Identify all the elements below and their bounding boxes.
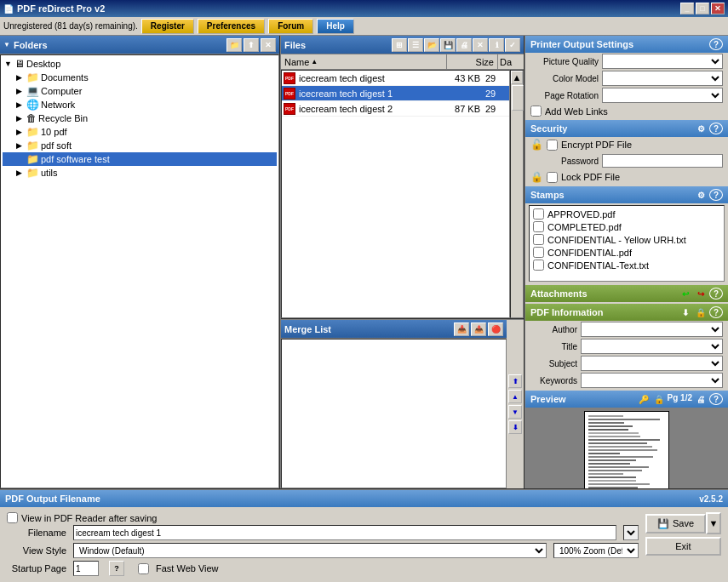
security-help-btn[interactable]: ? bbox=[709, 123, 723, 134]
file-row[interactable]: PDFicecream tech digest43 KB29 bbox=[282, 71, 509, 86]
file-row[interactable]: PDFicecream tech digest 129 bbox=[282, 86, 509, 101]
pdf-info-down-btn[interactable]: ⬇ bbox=[679, 306, 692, 318]
lock-label: Lock PDF File bbox=[561, 172, 620, 182]
merge-title: Merge List bbox=[284, 324, 331, 334]
printer-output-help[interactable]: ? bbox=[709, 38, 723, 50]
scroll-up[interactable]: ▲ bbox=[511, 71, 523, 84]
col-date[interactable]: Da bbox=[498, 54, 524, 69]
merge-add-btn[interactable]: 📥 bbox=[454, 322, 469, 336]
stamp-checkbox[interactable] bbox=[533, 221, 544, 232]
startup-page-input[interactable] bbox=[73, 561, 99, 576]
folder-tree[interactable]: ▼🖥Desktop▶📁Documents▶💻Computer▶🌐Network▶… bbox=[0, 54, 279, 488]
preview-line bbox=[588, 456, 653, 458]
stamps-help-btn[interactable]: ? bbox=[709, 189, 723, 201]
keywords-select[interactable] bbox=[581, 373, 723, 388]
merge-clear-btn[interactable]: 🔴 bbox=[488, 322, 503, 336]
files-view-btn1[interactable]: ⊞ bbox=[392, 38, 407, 52]
stamp-checkbox[interactable] bbox=[533, 208, 544, 220]
files-save-btn[interactable]: 💾 bbox=[440, 38, 456, 52]
files-info-btn[interactable]: ℹ bbox=[489, 38, 504, 52]
arrow-down-bottom[interactable]: ⬇ bbox=[508, 420, 522, 434]
folder-action-button[interactable]: ✕ bbox=[261, 38, 276, 52]
stamp-checkbox[interactable] bbox=[533, 260, 544, 271]
tree-item-network[interactable]: ▶🌐Network bbox=[3, 98, 277, 111]
filename-dropdown[interactable] bbox=[623, 525, 639, 540]
merge-list[interactable] bbox=[281, 339, 507, 488]
preview-help-btn[interactable]: ? bbox=[709, 393, 723, 405]
preview-key-btn[interactable]: 🔑 bbox=[637, 393, 651, 405]
stamp-item[interactable]: COMPLETED.pdf bbox=[531, 220, 722, 233]
stamp-item[interactable]: CONFIDENTIAL-Text.txt bbox=[531, 259, 722, 271]
folder-up-button[interactable]: ⬆ bbox=[244, 38, 259, 52]
col-name[interactable]: Name ▲ bbox=[281, 54, 447, 69]
preview-line bbox=[588, 432, 639, 434]
stamps-gear-btn[interactable]: ⚙ bbox=[694, 189, 708, 201]
tree-item-recyclebin[interactable]: ▶🗑Recycle Bin bbox=[3, 111, 277, 125]
col-size[interactable]: Size bbox=[447, 54, 498, 69]
close-button[interactable]: ✕ bbox=[711, 3, 725, 14]
picture-quality-select[interactable] bbox=[602, 54, 723, 69]
save-button[interactable]: 💾 Save bbox=[645, 514, 706, 534]
attach-help-btn[interactable]: ? bbox=[709, 288, 723, 300]
lock-checkbox[interactable] bbox=[547, 172, 558, 183]
tree-item-desktop[interactable]: ▼🖥Desktop bbox=[3, 57, 277, 71]
stamp-item[interactable]: APPROVED.pdf bbox=[531, 208, 722, 220]
color-model-select[interactable] bbox=[602, 71, 723, 86]
title-select[interactable] bbox=[581, 339, 723, 354]
files-scrollbar[interactable]: ▲ bbox=[510, 70, 524, 318]
pdf-info-help-btn[interactable]: ? bbox=[709, 306, 723, 318]
encrypt-checkbox[interactable] bbox=[547, 140, 558, 151]
add-web-links-checkbox[interactable] bbox=[530, 106, 542, 117]
scroll-thumb[interactable] bbox=[512, 85, 524, 111]
attach-remove-btn[interactable]: ↪ bbox=[694, 288, 708, 300]
view-style-select[interactable]: Window (Default) bbox=[73, 543, 547, 558]
stamp-checkbox[interactable] bbox=[533, 247, 544, 258]
preview-lock-btn[interactable]: 🔒 bbox=[652, 393, 666, 405]
file-row[interactable]: PDFicecream tech digest 287 KB29 bbox=[282, 101, 509, 117]
window-controls[interactable]: _ □ ✕ bbox=[680, 3, 725, 14]
files-check-btn[interactable]: ✓ bbox=[505, 38, 520, 52]
arrow-down[interactable]: ▼ bbox=[508, 405, 522, 419]
tree-item-pdfsoft[interactable]: ▶📁pdf soft bbox=[3, 139, 277, 152]
exit-button[interactable]: Exit bbox=[645, 537, 721, 556]
stamp-item[interactable]: CONFIDENTIAL - Yellow URH.txt bbox=[531, 233, 722, 246]
startup-help-btn[interactable]: ? bbox=[109, 561, 124, 576]
files-print-btn[interactable]: 🖨 bbox=[456, 38, 472, 52]
attach-add-btn[interactable]: ↩ bbox=[679, 288, 692, 300]
files-open-btn[interactable]: 📂 bbox=[424, 38, 439, 52]
help-button[interactable]: Help bbox=[317, 19, 354, 34]
page-rotation-select[interactable] bbox=[602, 88, 723, 103]
password-input[interactable] bbox=[602, 154, 723, 168]
tree-item-pdfsoftwaretest[interactable]: 📁pdf software test bbox=[3, 152, 277, 166]
files-view-btn2[interactable]: ☰ bbox=[408, 38, 423, 52]
printer-help-btn[interactable]: ? bbox=[709, 38, 723, 50]
zoom-select[interactable]: 100% Zoom (Def bbox=[553, 543, 639, 558]
fast-web-view-checkbox[interactable] bbox=[138, 563, 149, 574]
arrow-up-top[interactable]: ⬆ bbox=[508, 374, 522, 388]
save-dropdown-btn[interactable]: ▼ bbox=[706, 512, 721, 534]
arrow-up[interactable]: ▲ bbox=[508, 390, 522, 403]
stamps-list[interactable]: APPROVED.pdfCOMPLETED.pdfCONFIDENTIAL - … bbox=[529, 205, 725, 282]
view-in-reader-checkbox[interactable] bbox=[7, 512, 18, 523]
tree-item-10pdf[interactable]: ▶📁10 pdf bbox=[3, 125, 277, 139]
maximize-button[interactable]: □ bbox=[696, 3, 709, 14]
minimize-button[interactable]: _ bbox=[680, 3, 694, 14]
stamp-item[interactable]: CONFIDENTIAL.pdf bbox=[531, 246, 722, 259]
security-gear-btn[interactable]: ⚙ bbox=[694, 123, 708, 134]
pdf-info-lock-btn[interactable]: 🔒 bbox=[694, 306, 708, 318]
files-list[interactable]: PDFicecream tech digest43 KB29PDFicecrea… bbox=[281, 70, 510, 318]
stamp-checkbox[interactable] bbox=[533, 234, 544, 245]
tree-item-computer[interactable]: ▶💻Computer bbox=[3, 84, 277, 98]
preferences-button[interactable]: Preferences bbox=[198, 19, 265, 34]
merge-remove-btn[interactable]: 📤 bbox=[471, 322, 486, 336]
folder-new-button[interactable]: 📁 bbox=[226, 38, 242, 52]
forum-button[interactable]: Forum bbox=[268, 19, 313, 34]
files-delete-btn[interactable]: ✕ bbox=[473, 38, 488, 52]
filename-input[interactable] bbox=[73, 525, 616, 540]
preview-print-btn[interactable]: 🖨 bbox=[694, 393, 708, 405]
tree-item-utils[interactable]: ▶📁utils bbox=[3, 166, 277, 180]
register-button[interactable]: Register bbox=[141, 19, 194, 34]
author-select[interactable] bbox=[581, 322, 723, 337]
subject-select[interactable] bbox=[581, 356, 723, 371]
tree-item-documents[interactable]: ▶📁Documents bbox=[3, 71, 277, 84]
